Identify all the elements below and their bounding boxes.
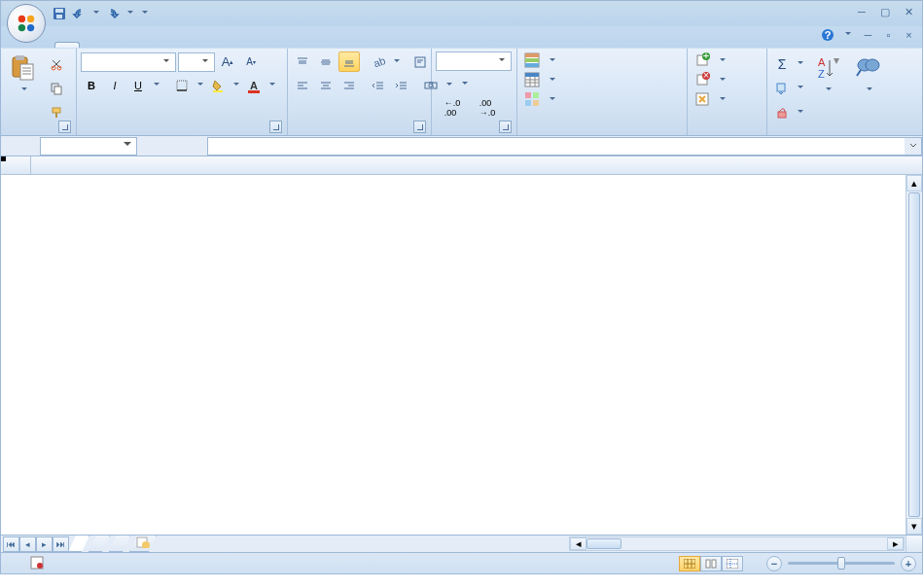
sheet-tab-2[interactable]	[89, 536, 110, 552]
tab-insert[interactable]	[80, 43, 103, 48]
restore-workbook-button[interactable]: ▫	[881, 28, 896, 42]
align-middle-button[interactable]	[315, 52, 337, 72]
grow-font-button[interactable]: A▴	[217, 52, 238, 72]
increase-decimal-button[interactable]: ←.0.00	[436, 97, 469, 118]
undo-icon[interactable]	[71, 6, 87, 21]
underline-button[interactable]: U	[127, 75, 149, 95]
font-name-combo[interactable]	[81, 52, 176, 72]
cell-styles-button[interactable]	[521, 90, 558, 108]
page-break-view-button[interactable]	[722, 556, 743, 571]
scroll-right-button[interactable]: ▸	[887, 537, 904, 550]
min-ribbon-button[interactable]: ─	[861, 28, 875, 42]
font-dialog-launcher[interactable]	[269, 121, 282, 133]
maximize-button[interactable]: ▢	[877, 5, 893, 18]
tab-review[interactable]	[173, 43, 196, 48]
next-sheet-button[interactable]: ▸	[36, 536, 53, 552]
decrease-indent-button[interactable]	[368, 75, 389, 95]
prev-sheet-button[interactable]: ◂	[19, 536, 36, 552]
accounting-button[interactable]	[436, 74, 457, 94]
format-painter-button[interactable]	[46, 102, 67, 122]
zoom-out-button[interactable]: −	[766, 556, 782, 571]
select-all-corner[interactable]	[1, 156, 31, 175]
vscroll-thumb[interactable]	[908, 192, 920, 517]
fill-color-button[interactable]	[207, 75, 229, 95]
insert-cells-button[interactable]: +	[692, 52, 728, 69]
format-cells-button[interactable]	[692, 90, 728, 108]
new-sheet-button[interactable]	[129, 536, 157, 552]
clear-dropdown[interactable]	[795, 102, 805, 122]
close-button[interactable]: ✕	[901, 5, 916, 18]
redo-icon[interactable]	[105, 6, 121, 21]
name-box[interactable]	[40, 137, 137, 156]
help-icon[interactable]: ?	[820, 28, 834, 42]
wrap-text-button[interactable]	[409, 52, 431, 72]
accounting-dropdown[interactable]	[459, 74, 470, 94]
fill-color-dropdown[interactable]	[231, 75, 241, 95]
borders-button[interactable]	[171, 75, 193, 95]
tab-page-layout[interactable]	[103, 43, 126, 48]
tab-view[interactable]	[196, 43, 220, 48]
sort-filter-button[interactable]: AZ	[809, 52, 846, 97]
scroll-up-button[interactable]: ▴	[906, 175, 922, 191]
hscroll-resize-grip[interactable]	[905, 536, 922, 552]
delete-cells-button[interactable]: ×	[692, 71, 728, 88]
copy-button[interactable]	[46, 78, 67, 98]
minimize-button[interactable]: ─	[854, 5, 870, 18]
first-sheet-button[interactable]: ⏮	[3, 536, 19, 552]
bold-button[interactable]: B	[81, 75, 102, 95]
zoom-slider[interactable]	[788, 562, 895, 565]
conditional-formatting-button[interactable]	[521, 52, 558, 69]
sheet-tab-3[interactable]	[109, 536, 130, 552]
scroll-left-button[interactable]: ◂	[570, 537, 586, 550]
clear-button[interactable]	[771, 102, 793, 122]
number-dialog-launcher[interactable]	[499, 121, 512, 133]
macro-record-icon[interactable]	[30, 556, 44, 571]
name-box-dropdown[interactable]	[121, 138, 134, 154]
align-center-button[interactable]	[315, 75, 337, 95]
close-workbook-button[interactable]: ×	[902, 28, 916, 42]
underline-dropdown[interactable]	[151, 75, 161, 95]
comma-button[interactable]	[495, 74, 516, 94]
shrink-font-button[interactable]: A▾	[240, 52, 262, 72]
zoom-in-button[interactable]: +	[901, 556, 916, 571]
increase-indent-button[interactable]	[391, 75, 412, 95]
font-size-combo[interactable]	[178, 52, 215, 72]
save-icon[interactable]	[52, 6, 67, 21]
align-top-button[interactable]	[292, 52, 313, 72]
normal-view-button[interactable]	[679, 556, 700, 571]
formula-expand-button[interactable]	[905, 137, 922, 156]
italic-button[interactable]: I	[104, 75, 125, 95]
alignment-dialog-launcher[interactable]	[413, 121, 426, 133]
office-button[interactable]	[7, 4, 46, 43]
clipboard-dialog-launcher[interactable]	[58, 121, 71, 133]
horizontal-scrollbar[interactable]: ◂ ▸	[569, 536, 905, 551]
number-format-combo[interactable]	[436, 52, 512, 71]
borders-dropdown[interactable]	[195, 75, 205, 95]
format-as-table-button[interactable]	[521, 71, 558, 88]
tab-home[interactable]	[54, 42, 80, 48]
redo-dropdown[interactable]	[124, 4, 135, 24]
scroll-down-button[interactable]: ▾	[906, 518, 922, 535]
font-color-button[interactable]: A	[243, 75, 265, 95]
percent-button[interactable]	[472, 74, 493, 94]
tab-data[interactable]	[150, 43, 173, 48]
page-layout-view-button[interactable]	[700, 556, 722, 571]
autosum-dropdown[interactable]	[795, 53, 805, 74]
orientation-dropdown[interactable]	[391, 52, 402, 72]
tab-formulas[interactable]	[126, 43, 150, 48]
align-bottom-button[interactable]	[338, 52, 360, 72]
fill-dropdown[interactable]	[795, 78, 805, 98]
zoom-thumb[interactable]	[837, 557, 845, 570]
decrease-decimal-button[interactable]: .00→.0	[471, 97, 504, 118]
font-color-dropdown[interactable]	[266, 75, 277, 95]
formula-input[interactable]	[207, 137, 905, 156]
sheet-tab-1[interactable]	[68, 536, 89, 552]
help-dropdown[interactable]	[840, 28, 855, 42]
hscroll-thumb[interactable]	[586, 538, 621, 549]
align-left-button[interactable]	[292, 75, 313, 95]
cut-button[interactable]	[46, 53, 67, 74]
fill-button[interactable]	[771, 78, 793, 98]
paste-button[interactable]	[5, 52, 42, 97]
find-select-button[interactable]	[850, 52, 887, 97]
undo-dropdown[interactable]	[90, 4, 101, 24]
